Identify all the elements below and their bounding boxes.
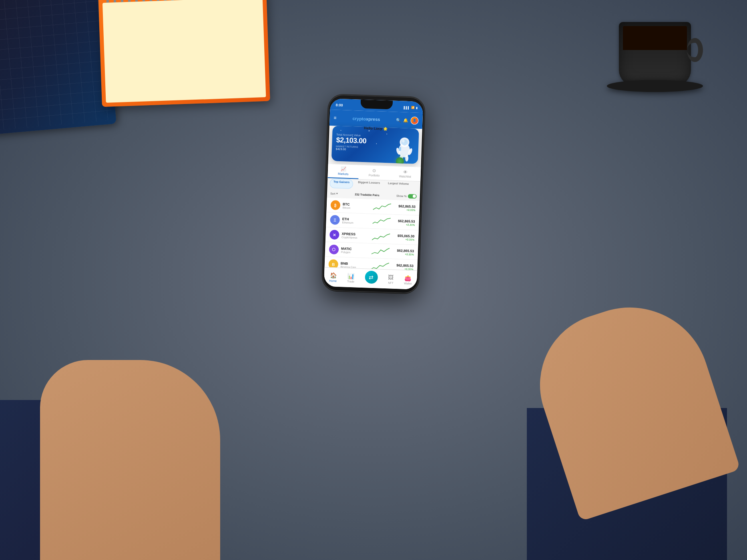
eth-info: ETH Ethereum [342,217,370,224]
eth-icon: Ξ [330,215,340,225]
btc-icon: ₿ [331,200,341,210]
header-actions: 🔍 🔔 👤 [396,116,419,125]
toggle-switch[interactable] [408,194,417,199]
account-value: $2,103.00 [336,136,366,146]
bell-icon[interactable]: 🔔 [403,118,408,122]
wallet-icon: 👛 [404,275,412,282]
hero-content: Total Account Value $2,103.00 MARKET RET… [336,133,367,152]
nav-wallet[interactable]: 👛 Wallet [404,275,412,285]
status-time: 8:00 [336,103,343,108]
home-icon: 🏠 [329,272,337,279]
sub-tab-top-gainers[interactable]: Top Gainers [329,178,353,189]
matic-price-area: $62,865.53 +2.31% [392,248,414,256]
watchlist-icon: 👁 [403,169,408,174]
eth-chart [372,216,391,227]
bottom-navigation: 🏠 Home 📊 Trade ⇄ 🖼 NFT 👛 [324,267,418,290]
app-logo: cryptoxpress [352,116,380,122]
planet-decoration [396,157,404,164]
btc-name: Bitcoin [343,206,371,210]
hand-left [40,360,220,560]
search-icon[interactable]: 🔍 [396,118,401,122]
eth-change: +2.31% [393,222,415,226]
nav-trade[interactable]: 📊 Trade [347,273,355,283]
wallet-label: Wallet [404,282,412,285]
tab-watchlist[interactable]: 👁 Watchlist [390,166,421,181]
pairs-count: 232 Tradable Pairs [355,193,380,196]
coffee-decoration [603,0,707,92]
avatar[interactable]: 👤 [410,116,419,125]
xpress-name: CryptoXpress [341,236,369,239]
watchlist-label: Watchlist [399,174,411,178]
xpress-icon: ✕ [329,230,339,240]
tab-markets[interactable]: 📈 Markets [327,164,359,179]
matic-icon: ⬡ [329,244,339,254]
astronaut-decoration [392,133,417,164]
matic-info: MATIC Polygon [341,246,369,254]
nft-label: NFT [388,281,394,284]
sub-tab-largest-volume[interactable]: Largest Volume [385,180,412,191]
trade-label: Trade [347,280,354,283]
battery-icon: ▮ [416,106,417,110]
wifi-icon: 📶 [411,106,414,109]
nft-icon: 🖼 [388,274,394,280]
nav-home[interactable]: 🏠 Home [329,272,337,282]
tab-portfolio[interactable]: ⊙ Portfolio [359,165,390,180]
matic-chart [371,246,390,256]
logo-text: cryptoxpress [352,116,380,122]
chevron-down-icon: ▾ [336,192,338,195]
btc-info: BTC Bitcoin [343,202,371,210]
xpress-chart [372,231,390,242]
swap-icon: ⇄ [369,274,374,280]
status-icons: ▌▌▌ 📶 ▮ [404,106,418,110]
phone-notch [360,100,393,110]
xpress-info: XPRESS CryptoXpress [341,232,370,239]
menu-icon[interactable]: ≡ [333,115,336,120]
coin-list: ₿ BTC Bitcoin $62,865.53 +2.31% [325,198,420,270]
markets-label: Markets [338,172,349,176]
sub-tab-biggest-loosers[interactable]: Biggest Loosers [355,179,384,190]
markets-icon: 📈 [341,166,346,172]
xpress-change: +2.31% [392,237,414,241]
portfolio-label: Portfolio [369,174,380,178]
xpress-price-area: $55,065.30 +2.31% [392,233,415,241]
btc-price-area: $62,865.53 +2.31% [394,204,416,211]
eth-name: Ethereum [342,221,370,224]
nav-nft[interactable]: 🖼 NFT [388,274,394,284]
eth-price-area: $62,865.53 +2.31% [393,218,415,226]
matic-name: Polygon [341,250,369,254]
trade-icon: 📊 [347,273,355,280]
home-label: Home [329,279,337,282]
btc-change: +2.31% [394,208,416,211]
btc-chart [373,202,391,212]
show-toggle: Show % [396,194,417,199]
signal-icon: ▌▌▌ [404,106,410,109]
notebook-decoration [98,0,270,107]
svg-rect-8 [399,147,401,151]
sort-button[interactable]: Sort ▾ [330,192,338,195]
phone-device: 8:00 ▌▌▌ 📶 ▮ ≡ cryptoxpress 🔍 🔔 👤 [322,94,425,294]
swap-button[interactable]: ⇄ [365,270,378,284]
matic-change: +2.31% [392,252,414,256]
nav-swap[interactable]: ⇄ [365,270,378,287]
portfolio-icon: ⊙ [372,168,376,173]
